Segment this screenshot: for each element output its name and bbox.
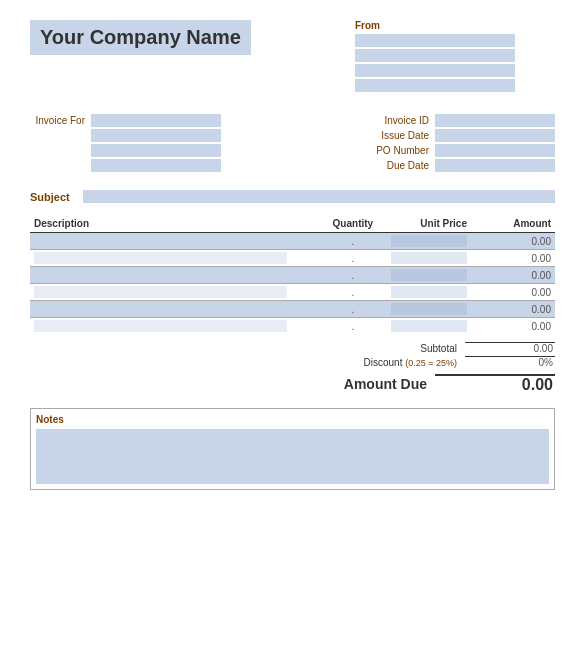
middle-section: Invoice For Invoice ID Issue Da [30,114,555,172]
subtotal-value: 0.00 [465,342,555,354]
col-header-quantity: Quantity [319,215,387,233]
subject-section: Subject [30,190,555,203]
issue-date-field[interactable] [435,129,555,142]
invoice-for-label: Invoice For [30,115,85,126]
cell-description[interactable] [30,318,319,335]
from-name-field[interactable] [355,34,515,47]
invoice-info-section: Invoice ID Issue Date PO Number Due Date [335,114,555,172]
cell-quantity[interactable]: . [319,250,387,267]
cell-description[interactable] [30,233,319,250]
notes-section: Notes [30,408,555,490]
invoice-table: Description Quantity Unit Price Amount .… [30,215,555,334]
cell-unit-price[interactable] [387,233,471,250]
invoice-wrapper: Your Company Name From Invoice For [30,20,555,490]
from-city-field[interactable] [355,79,515,92]
from-label: From [355,20,555,31]
col-header-description: Description [30,215,319,233]
cell-unit-price[interactable] [387,284,471,301]
po-number-field[interactable] [435,144,555,157]
totals-section: Subtotal 0.00 Discount (0.25 = 25%) 0% A… [30,342,555,394]
issue-date-row: Issue Date [335,129,555,142]
po-number-row: PO Number [335,144,555,157]
company-name[interactable]: Your Company Name [30,20,251,55]
issue-date-label: Issue Date [364,130,429,141]
table-row: . 0.00 [30,250,555,267]
cell-quantity[interactable]: . [319,267,387,284]
from-address2-field[interactable] [355,64,515,77]
cell-unit-price[interactable] [387,301,471,318]
cell-description[interactable] [30,284,319,301]
cell-quantity[interactable]: . [319,233,387,250]
invoice-id-label: Invoice ID [364,115,429,126]
client-address1-row [30,129,221,142]
client-address1-field[interactable] [91,129,221,142]
cell-amount[interactable]: 0.00 [471,250,555,267]
client-city-field[interactable] [91,159,221,172]
invoice-id-row: Invoice ID [335,114,555,127]
discount-value[interactable]: 0% [465,356,555,368]
cell-quantity[interactable]: . [319,284,387,301]
client-name-row: Invoice For [30,114,221,127]
col-header-unit-price: Unit Price [387,215,471,233]
subtotal-label: Subtotal [337,343,457,354]
due-date-row: Due Date [335,159,555,172]
cell-unit-price[interactable] [387,250,471,267]
po-number-label: PO Number [364,145,429,156]
cell-unit-price[interactable] [387,318,471,335]
cell-amount[interactable]: 0.00 [471,301,555,318]
subject-field[interactable] [83,190,555,203]
discount-row: Discount (0.25 = 25%) 0% [30,356,555,368]
notes-label: Notes [36,414,549,425]
due-date-field[interactable] [435,159,555,172]
subtotal-row: Subtotal 0.00 [30,342,555,354]
discount-label: Discount (0.25 = 25%) [337,357,457,368]
from-section: From [355,20,555,94]
subject-label: Subject [30,191,75,203]
cell-unit-price[interactable] [387,267,471,284]
client-address2-field[interactable] [91,144,221,157]
cell-amount[interactable]: 0.00 [471,233,555,250]
header: Your Company Name From [30,20,555,94]
due-date-label: Due Date [364,160,429,171]
table-row: . 0.00 [30,233,555,250]
client-city-row [30,159,221,172]
table-row: . 0.00 [30,301,555,318]
table-row: . 0.00 [30,267,555,284]
cell-amount[interactable]: 0.00 [471,284,555,301]
amount-due-row: Amount Due 0.00 [30,374,555,394]
invoice-id-field[interactable] [435,114,555,127]
cell-description[interactable] [30,250,319,267]
cell-amount[interactable]: 0.00 [471,318,555,335]
table-row: . 0.00 [30,284,555,301]
client-address2-row [30,144,221,157]
cell-quantity[interactable]: . [319,318,387,335]
client-name-field[interactable] [91,114,221,127]
cell-amount[interactable]: 0.00 [471,267,555,284]
cell-description[interactable] [30,301,319,318]
col-header-amount: Amount [471,215,555,233]
from-address1-field[interactable] [355,49,515,62]
amount-due-label: Amount Due [344,376,427,392]
notes-field[interactable] [36,429,549,484]
table-row: . 0.00 [30,318,555,335]
invoice-for-section: Invoice For [30,114,221,172]
amount-due-value: 0.00 [435,374,555,394]
cell-quantity[interactable]: . [319,301,387,318]
cell-description[interactable] [30,267,319,284]
